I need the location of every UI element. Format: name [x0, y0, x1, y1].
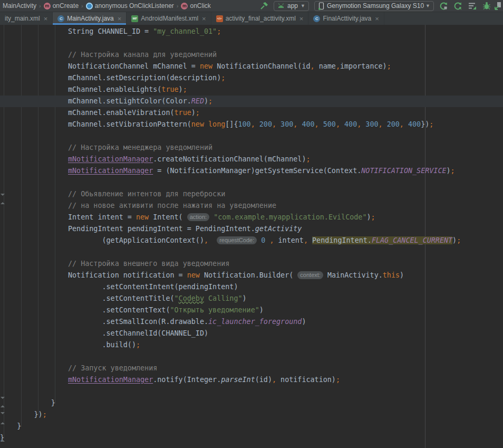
code-line[interactable]: [0, 37, 503, 49]
code-line-current[interactable]: mChannel.setLightColor(Color.RED);: [0, 96, 503, 107]
code-line[interactable]: mNotificationManager.createNotificationC…: [0, 154, 503, 165]
breadcrumb-item-oncreate[interactable]: monCreate: [43, 2, 80, 9]
code-token: [208, 236, 217, 244]
code-token: ic_launcher_foreground: [208, 318, 302, 326]
tab-close-icon[interactable]: ×: [375, 15, 379, 22]
fold-marker-icon[interactable]: [1, 194, 5, 196]
profiler-lines-icon[interactable]: [465, 1, 479, 11]
code-line[interactable]: .setSmallIcon(R.drawable.ic_launcher_for…: [0, 316, 503, 328]
code-token: mChannel.setDescription(description): [0, 74, 221, 82]
code-token: PendingIntent.: [312, 236, 372, 244]
tab-mainactivity.java[interactable]: CMainActivity.java×: [53, 12, 127, 25]
code-token: this: [383, 271, 400, 279]
code-token: }): [0, 411, 43, 418]
code-token: NotificationChannel(id: [212, 62, 310, 70]
code-token: .setSmallIcon(R.drawable.: [0, 318, 208, 326]
code-token: notification): [276, 376, 336, 384]
code-editor[interactable]: String CHANNEL_ID = "my_channel_01"; // …: [0, 25, 503, 448]
code-token: }: [0, 399, 55, 407]
code-token: true: [161, 85, 178, 93]
tab-androidmanifest.xml[interactable]: MFAndroidManifest.xml×: [127, 12, 211, 25]
code-line[interactable]: [0, 177, 503, 188]
code-line[interactable]: mChannel.setVibrationPattern(new long[]{…: [0, 119, 503, 130]
fold-marker-icon[interactable]: [1, 405, 5, 407]
build-hammer-icon[interactable]: [257, 1, 271, 11]
run-configuration-dropdown[interactable]: app ▼: [274, 1, 309, 11]
tab-activity_final_acttivity.xml[interactable]: </>activity_final_acttivity.xml×: [211, 12, 309, 25]
code-line[interactable]: });: [0, 409, 503, 421]
code-line[interactable]: // Обьявление интентов для переброски: [0, 188, 503, 200]
code-line[interactable]: .setContentText("Открыть уведомление"): [0, 304, 503, 316]
tab-close-icon[interactable]: ×: [202, 15, 206, 22]
code-token: 200: [259, 120, 272, 128]
code-line[interactable]: .setChannelId(CHANNEL_ID): [0, 328, 503, 339]
editor-tab-bar: ity_main.xml×CMainActivity.java×MFAndroi…: [0, 12, 503, 25]
tab-close-icon[interactable]: ×: [118, 15, 122, 22]
code-token: RED: [191, 97, 204, 105]
tab-ity_main.xml[interactable]: ity_main.xml×: [0, 12, 53, 25]
code-token: 300: [280, 120, 293, 128]
code-line[interactable]: mChannel.enableVibration(true);: [0, 107, 503, 119]
debug-bug-icon[interactable]: [479, 1, 494, 11]
code-line[interactable]: .setContentIntent(pendingIntent): [0, 281, 503, 293]
tab-label: MainActivity.java: [67, 15, 113, 22]
code-line[interactable]: [0, 130, 503, 142]
tab-finalacttivity.java[interactable]: CFinalActtivity.java×: [308, 12, 384, 25]
code-token: ): [366, 213, 371, 221]
code-line[interactable]: }: [0, 397, 503, 409]
anonymous-class-icon: [86, 3, 93, 9]
code-token: new: [200, 62, 212, 70]
code-line[interactable]: // Настройка канала для уведомлений: [0, 49, 503, 61]
manifest-file-icon: MF: [131, 15, 138, 22]
code-line[interactable]: .setContentTitle("Codeby Calling"): [0, 293, 503, 304]
code-token: ;: [371, 213, 375, 221]
breadcrumb-item-onclick[interactable]: monClick: [180, 2, 211, 9]
code-line[interactable]: (getApplicationContext(), requestCode: 0…: [0, 235, 503, 246]
code-token: ,: [336, 62, 340, 70]
code-line[interactable]: // на новое активити после нажатия на ув…: [0, 200, 503, 212]
fold-marker-icon[interactable]: [1, 397, 5, 399]
code-line[interactable]: .build();: [0, 339, 503, 351]
code-line[interactable]: [0, 351, 503, 363]
device-phone-icon: [318, 2, 324, 10]
code-token: .createNotificationChannel(mChannel): [153, 155, 306, 163]
code-line[interactable]: }: [0, 421, 503, 432]
code-line[interactable]: Notification notification = new Notifica…: [0, 270, 503, 281]
tab-close-icon[interactable]: ×: [299, 15, 304, 22]
code-line[interactable]: [0, 246, 503, 258]
device-selector-dropdown[interactable]: Genymotion Samsung Galaxy S10 ▼: [314, 1, 434, 11]
apply-code-changes-icon[interactable]: A: [451, 1, 465, 11]
fold-marker-icon[interactable]: [1, 412, 5, 414]
code-line[interactable]: [0, 386, 503, 397]
code-line[interactable]: mChannel.enableLights(true);: [0, 84, 503, 96]
code-token: 400: [408, 120, 421, 128]
code-token: ): [259, 306, 264, 314]
code-line[interactable]: }: [0, 432, 503, 444]
breadcrumb-separator-icon: ›: [81, 3, 83, 9]
code-line[interactable]: // Запуск уведомления: [0, 363, 503, 374]
attach-debugger-icon[interactable]: [494, 1, 503, 11]
code-token: ;: [43, 411, 47, 418]
code-token: String CHANNEL_ID =: [0, 27, 153, 35]
breadcrumb-item-mainactivity[interactable]: MainActivity: [2, 2, 37, 9]
code-token: [308, 236, 312, 244]
code-token: ): [302, 318, 306, 326]
code-line[interactable]: // Настройка менеджера уведомлений: [0, 142, 503, 154]
tab-close-icon[interactable]: ×: [44, 15, 48, 22]
fold-marker-icon[interactable]: [1, 440, 5, 442]
code-line[interactable]: mChannel.setDescription(description);: [0, 72, 503, 84]
code-line[interactable]: mNotificationManager = (NotificationMana…: [0, 165, 503, 177]
code-line[interactable]: PendingIntent pendingIntent = PendingInt…: [0, 223, 503, 235]
code-line[interactable]: // Настройка внешнего вида уведомления: [0, 258, 503, 270]
code-token: Intent(: [149, 213, 187, 221]
breadcrumb-item-anonymous-onclicklistener[interactable]: anonymous OnClickListener: [85, 2, 175, 9]
code-line[interactable]: mNotificationManager.notify(Integer.pars…: [0, 374, 503, 386]
code-line[interactable]: NotificationChannel mChannel = new Notif…: [0, 61, 503, 72]
code-token: }): [421, 120, 429, 128]
fold-marker-icon[interactable]: [1, 202, 5, 204]
code-area[interactable]: String CHANNEL_ID = "my_channel_01"; // …: [0, 25, 503, 448]
apply-changes-restart-icon[interactable]: [437, 1, 451, 11]
code-line[interactable]: String CHANNEL_ID = "my_channel_01";: [0, 26, 503, 37]
fold-marker-icon[interactable]: [1, 422, 5, 424]
code-line[interactable]: Intent intent = new Intent( action: "com…: [0, 212, 503, 223]
